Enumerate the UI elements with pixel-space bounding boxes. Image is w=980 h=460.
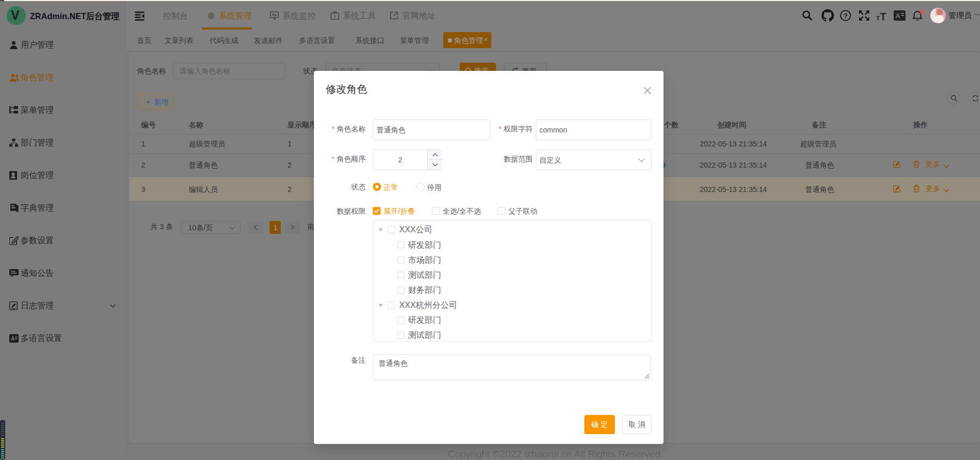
svg-text:?: ? xyxy=(843,12,848,20)
svg-text:A: A xyxy=(895,12,900,20)
svg-text:A: A xyxy=(11,336,14,342)
